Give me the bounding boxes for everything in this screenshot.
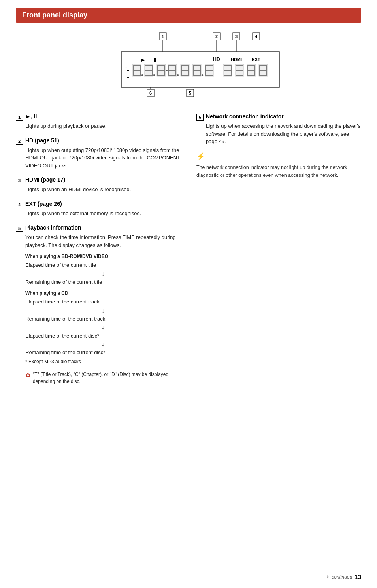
svg-point-55 bbox=[177, 74, 179, 76]
section-1-title: ►, II bbox=[25, 113, 37, 119]
section-2-number: 2 bbox=[16, 138, 23, 145]
section-1-number: 1 bbox=[16, 114, 23, 121]
page-container: Front panel display 1 2 3 4 ► bbox=[0, 0, 377, 588]
content-columns: 1 ►, II Lights up during playback or pau… bbox=[16, 113, 361, 392]
section-5-tip-block: ✿ "T" (Title or Track), "C" (Chapter), o… bbox=[25, 371, 181, 385]
svg-text:●: ● bbox=[127, 68, 129, 72]
svg-text:HD: HD bbox=[213, 57, 220, 62]
content-left: 1 ►, II Lights up during playback or pau… bbox=[16, 113, 181, 392]
arrow-cd-3: ↓ bbox=[25, 340, 181, 348]
continued-label: continued bbox=[332, 574, 352, 580]
svg-text:EXT: EXT bbox=[252, 57, 260, 62]
svg-text:6: 6 bbox=[149, 91, 152, 95]
svg-point-114 bbox=[166, 70, 168, 71]
section-5-title: Playback information bbox=[25, 224, 81, 231]
section-4-number: 4 bbox=[16, 201, 23, 208]
section-6-note: The network connection indicator may not… bbox=[196, 163, 361, 179]
arrow-1: ↓ bbox=[25, 270, 181, 277]
bdrom-item-2: Remaining time of the current title bbox=[25, 278, 181, 286]
continued-arrow-icon: ➔ bbox=[325, 574, 329, 580]
diagram-container: 1 2 3 4 ► ⏸ HD HDMI EXT bbox=[16, 32, 361, 101]
svg-text:4: 4 bbox=[255, 34, 258, 39]
svg-text:⏸: ⏸ bbox=[152, 57, 158, 63]
content-right: 6 Network connection indicator Lights up… bbox=[196, 113, 361, 392]
arrow-cd-2: ↓ bbox=[25, 323, 181, 331]
section-2: 2 HD (page 51) Lights up when outputting… bbox=[16, 137, 181, 170]
cd-item-2: Remaining time of the current track bbox=[25, 315, 181, 323]
section-3: 3 HDMI (page 17) Lights up when an HDMI … bbox=[16, 176, 181, 193]
section-2-title: HD (page 51) bbox=[25, 137, 59, 144]
cd-item-3: Elapsed time of the current disc* bbox=[25, 332, 181, 340]
tip-icon: ✿ bbox=[25, 371, 30, 380]
section-1: 1 ►, II Lights up during playback or pau… bbox=[16, 113, 181, 130]
section-6-title: Network connection indicator bbox=[206, 113, 284, 119]
page-title: Front panel display bbox=[16, 8, 361, 23]
subsection-cd-title: When playing a CD bbox=[25, 290, 181, 297]
svg-text:↓: ↓ bbox=[125, 77, 127, 81]
cd-item-4: Remaining time of the current disc* bbox=[25, 349, 181, 357]
svg-text:3: 3 bbox=[235, 34, 238, 39]
section-6-body: Lights up when accessing the network and… bbox=[206, 122, 361, 146]
section-4-title: EXT (page 26) bbox=[25, 201, 62, 207]
front-panel-diagram: 1 2 3 4 ► ⏸ HD HDMI EXT bbox=[82, 32, 295, 101]
cd-asterisk-note: * Except MP3 audio tracks bbox=[25, 358, 181, 365]
svg-point-72 bbox=[202, 74, 203, 76]
section-6: 6 Network connection indicator Lights up… bbox=[196, 113, 361, 179]
section-5-body: You can check the time information. Pres… bbox=[25, 233, 181, 385]
note-icon: ⚡ bbox=[196, 151, 205, 162]
svg-text:●: ● bbox=[127, 75, 129, 80]
section-5: 5 Playback information You can check the… bbox=[16, 224, 181, 385]
subsection-bdrom: When playing a BD-ROM/DVD VIDEO Elapsed … bbox=[25, 253, 181, 286]
subsection-cd: When playing a CD Elapsed time of the cu… bbox=[25, 290, 181, 365]
section-2-body: Lights up when outputting 720p/1080i/ 10… bbox=[25, 146, 181, 170]
section-5-tip: "T" (Title or Track), "C" (Chapter), or … bbox=[33, 371, 181, 385]
section-5-number: 5 bbox=[16, 225, 23, 232]
svg-text:►: ► bbox=[140, 57, 146, 63]
page-footer: ➔ continued 13 bbox=[325, 573, 361, 580]
section-3-title: HDMI (page 17) bbox=[25, 176, 65, 183]
section-4-body: Lights up when the external memory is re… bbox=[25, 210, 181, 218]
svg-point-113 bbox=[141, 74, 143, 76]
svg-text:1: 1 bbox=[162, 34, 164, 39]
page-number: 13 bbox=[354, 573, 361, 580]
cd-item-1: Elapsed time of the current track bbox=[25, 298, 181, 306]
section-6-note-block: ⚡ The network connection indicator may n… bbox=[196, 151, 361, 179]
section-4: 4 EXT (page 26) Lights up when the exter… bbox=[16, 201, 181, 218]
section-6-number: 6 bbox=[196, 114, 204, 121]
bdrom-item-1: Elapsed time of the current title bbox=[25, 261, 181, 269]
section-1-body: Lights up during playback or pause. bbox=[25, 122, 181, 130]
arrow-cd-1: ↓ bbox=[25, 307, 181, 314]
svg-point-38 bbox=[153, 74, 155, 76]
svg-text:2: 2 bbox=[215, 34, 218, 39]
section-3-number: 3 bbox=[16, 177, 23, 184]
svg-text:HDMI: HDMI bbox=[231, 57, 242, 62]
section-3-body: Lights up when an HDMI device is recogni… bbox=[25, 186, 181, 193]
subsection-bdrom-title: When playing a BD-ROM/DVD VIDEO bbox=[25, 253, 181, 260]
svg-text:↑: ↑ bbox=[125, 66, 127, 70]
svg-text:5: 5 bbox=[189, 91, 191, 95]
